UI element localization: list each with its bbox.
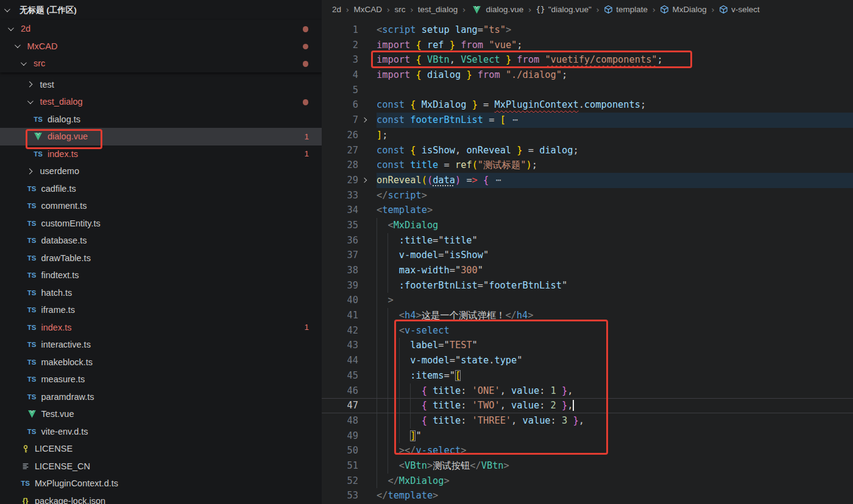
code-area[interactable]: 1<script setup lang="ts">2import { ref }… [322, 19, 853, 503]
breadcrumb-item-src[interactable]: src [394, 5, 405, 14]
code-text [377, 83, 853, 98]
code-line-27[interactable]: 27const { isShow, onReveal } = dialog; [322, 143, 853, 158]
code-line-37[interactable]: 37 v-model="isShow" [322, 248, 853, 263]
code-line-2[interactable]: 2import { ref } from "vue"; [322, 38, 853, 53]
tree-item-dialog.ts[interactable]: TSdialog.ts [0, 111, 322, 128]
code-line-33[interactable]: 33</script> [322, 188, 853, 203]
code-line-1[interactable]: 1<script setup lang="ts"> [322, 23, 853, 38]
code-text: <v-select [377, 323, 853, 338]
fold-chevron-icon[interactable] [362, 117, 367, 122]
code-text: <h4>这是一个测试弹框！</h4> [377, 308, 853, 323]
code-line-41[interactable]: 41 <h4>这是一个测试弹框！</h4> [322, 308, 853, 323]
breadcrumb-item-MxDialog[interactable]: MxDialog [660, 5, 706, 14]
symbol-cube-icon [719, 5, 728, 14]
line-number: 50 [322, 443, 358, 458]
breadcrumb-item-dialog.vue[interactable]: {}"dialog.vue" [536, 5, 592, 14]
code-line-39[interactable]: 39 :footerBtnList="footerBtnList" [322, 278, 853, 293]
code-line-28[interactable]: 28const title = ref("测试标题"); [322, 158, 853, 173]
tree-item-LICENSE_CN[interactable]: LICENSE_CN [0, 458, 322, 475]
breadcrumb-label: MxCAD [353, 5, 382, 14]
code-line-43[interactable]: 43 label="TEST" [322, 338, 853, 353]
code-line-44[interactable]: 44 v-model="state.type" [322, 353, 853, 368]
tree-item-makeblock.ts[interactable]: TSmakeblock.ts [0, 354, 322, 371]
code-line-51[interactable]: 51 <VBtn>测试按钮</VBtn> [322, 458, 853, 474]
chevron-down-icon [4, 6, 10, 12]
breadcrumb-item-MxCAD[interactable]: MxCAD [353, 5, 382, 14]
tree-item-LICENSE[interactable]: LICENSE [0, 440, 322, 458]
code-line-26[interactable]: 26]; [322, 128, 853, 143]
braces-icon: {} [536, 5, 545, 14]
editor-gutter: 5 [322, 83, 377, 98]
code-line-6[interactable]: 6const { MxDialog } = MxPluginContext.co… [322, 97, 853, 113]
code-text: </template> [377, 488, 853, 503]
tree-item-dialog.vue[interactable]: dialog.vue1 [0, 128, 322, 145]
tree-item-2d[interactable]: 2d [0, 20, 322, 38]
tree-item-test[interactable]: test [0, 76, 322, 94]
code-line-5[interactable]: 5 [322, 83, 853, 98]
code-line-40[interactable]: 40 > [322, 293, 853, 308]
tree-item-customEntity.ts[interactable]: TScustomEntity.ts [0, 215, 322, 233]
breadcrumb-item-template[interactable]: template [604, 5, 648, 14]
code-text: const { isShow, onReveal } = dialog; [377, 143, 853, 158]
tree-item-MxPluginContext.d.ts[interactable]: TSMxPluginContext.d.ts [0, 475, 322, 492]
typescript-icon: TS [26, 289, 38, 296]
code-line-4[interactable]: 4import { dialog } from "./dialog"; [322, 68, 853, 83]
breadcrumb: 2d›MxCAD›src›test_dialog›dialog.vue›{}"d… [322, 0, 853, 19]
code-line-3[interactable]: 3import { VBtn, VSelect } from "vuetify/… [322, 52, 853, 68]
code-line-46[interactable]: 46 { title: 'ONE', value: 1 }, [322, 383, 853, 399]
workspace-header[interactable]: 无标题 (工作区) [0, 0, 322, 20]
tree-item-database.ts[interactable]: TSdatabase.ts [0, 232, 322, 250]
tree-item-src[interactable]: src [0, 55, 322, 72]
breadcrumb-separator: › [386, 5, 391, 15]
code-line-50[interactable]: 50 ></v-select> [322, 443, 853, 458]
tree-item-label: dialog.ts [48, 114, 80, 124]
tree-item-MxCAD[interactable]: MxCAD [0, 38, 322, 55]
editor-gutter: 6 [322, 97, 377, 113]
tree-item-Test.vue[interactable]: Test.vue [0, 405, 322, 423]
tree-item-interactive.ts[interactable]: TSinteractive.ts [0, 336, 322, 354]
code-line-45[interactable]: 45 :items="[ [322, 368, 853, 383]
tree-item-hatch.ts[interactable]: TShatch.ts [0, 284, 322, 302]
tree-item-index.ts[interactable]: TSindex.ts1 [0, 319, 322, 337]
code-line-35[interactable]: 35 <MxDialog [322, 218, 853, 233]
code-line-42[interactable]: 42 <v-select [322, 323, 853, 338]
editor-gutter: 29 [322, 173, 377, 188]
breadcrumb-item-v-select[interactable]: v-select [719, 5, 760, 14]
line-number: 41 [322, 308, 358, 323]
breadcrumb-item-test_dialog[interactable]: test_dialog [418, 5, 458, 14]
code-line-29[interactable]: 29onReveal((data) => { ⋯ [322, 173, 853, 188]
code-line-52[interactable]: 52 </MxDialog> [322, 474, 853, 489]
code-line-49[interactable]: 49 ]" [322, 429, 853, 444]
tree-item-vite-env.d.ts[interactable]: TSvite-env.d.ts [0, 423, 322, 441]
tree-item-index.ts[interactable]: TSindex.ts1 [0, 145, 322, 163]
editor-gutter: 26 [322, 128, 377, 143]
code-line-47[interactable]: 47 { title: 'TWO', value: 2 }, [322, 398, 853, 413]
code-line-38[interactable]: 38 max-width="300" [322, 263, 853, 278]
code-text: max-width="300" [377, 263, 853, 278]
line-number: 45 [322, 368, 358, 383]
tree-item-comment.ts[interactable]: TScomment.ts [0, 197, 322, 215]
tree-item-iframe.ts[interactable]: TSiframe.ts [0, 301, 322, 319]
code-line-34[interactable]: 34<template> [322, 203, 853, 218]
fold-chevron-icon[interactable] [362, 178, 367, 183]
code-line-36[interactable]: 36 :title="title" [322, 233, 853, 248]
line-number: 6 [322, 97, 358, 113]
line-number: 37 [322, 248, 358, 263]
tree-item-test_dialog[interactable]: test_dialog [0, 93, 322, 111]
code-line-48[interactable]: 48 { title: 'THREE', value: 3 }, [322, 413, 853, 429]
tree-item-userdemo[interactable]: userdemo [0, 163, 322, 180]
tree-item-package-lock.json[interactable]: {}package-lock.json [0, 492, 322, 504]
breadcrumb-item-dialog.vue[interactable]: dialog.vue [470, 5, 524, 14]
code-line-53[interactable]: 53</template> [322, 488, 853, 503]
tree-item-drawTable.ts[interactable]: TSdrawTable.ts [0, 250, 322, 267]
tree-item-measure.ts[interactable]: TSmeasure.ts [0, 371, 322, 388]
tree-item-findtext.ts[interactable]: TSfindtext.ts [0, 267, 322, 284]
code-text: const footerBtnList = [ ⋯ [377, 113, 853, 128]
tree-item-cadfile.ts[interactable]: TScadfile.ts [0, 180, 322, 198]
breadcrumb-item-2d[interactable]: 2d [332, 5, 341, 14]
tree-item-paramdraw.ts[interactable]: TSparamdraw.ts [0, 388, 322, 406]
tree-item-label: LICENSE [35, 444, 73, 453]
editor-gutter: 35 [322, 218, 377, 233]
tree-item-label: userdemo [40, 166, 79, 176]
code-line-7[interactable]: 7const footerBtnList = [ ⋯ [322, 113, 853, 128]
